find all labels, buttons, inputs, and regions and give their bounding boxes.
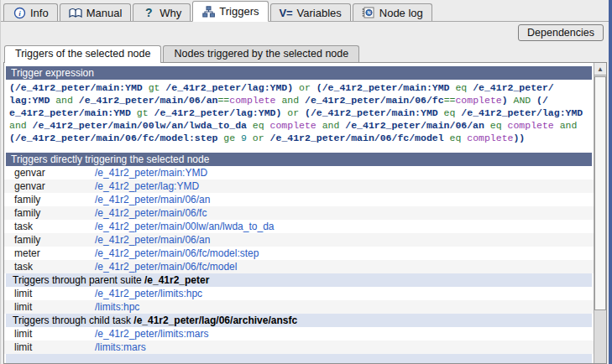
expression-line: e_41r2_peter/main:YMD gt /e_41r2_peter/l… <box>9 107 590 119</box>
tab-label: Why <box>160 7 181 19</box>
trigger-row: task/e_41r2_peter/main/00lw/an/lwda_to_d… <box>4 220 594 233</box>
group-header: Triggers through child task /e_41r2_pete… <box>6 314 592 327</box>
trigger-row: limit/limits:hpc <box>4 300 594 314</box>
tab-label: Triggers <box>219 5 259 18</box>
trigger-row: task/e_41r2_peter/main/06/fc/model <box>4 260 594 273</box>
trigger-list: genvar/e_41r2_peter/main:YMDgenvar/e_41r… <box>4 166 594 354</box>
trigger-row: meter/e_41r2_peter/main/06/fc/model:step <box>4 247 594 260</box>
node-log-icon: N <box>362 7 375 19</box>
svg-text:N: N <box>368 10 371 15</box>
trigger-type-label: task <box>14 260 95 273</box>
triggers-content-panel: Trigger expression (/e_41r2_peter/main:Y… <box>3 62 607 364</box>
trigger-path-link[interactable]: /e_41r2_peter/main/06/fc/model:step <box>95 247 259 260</box>
expression-line: and /e_41r2_peter/main/00lw/an/lwda_to_d… <box>9 119 590 132</box>
why-icon: ? <box>142 7 155 19</box>
trigger-row: family/e_41r2_peter/main/06/fc <box>4 206 594 220</box>
manual-icon <box>69 7 82 19</box>
direct-triggers-header: Triggers directly triggering the selecte… <box>6 153 592 166</box>
tab-bar: i Info Manual ? Why Triggers V= Variable… <box>1 0 609 22</box>
dependencies-button[interactable]: Dependencies <box>518 24 604 41</box>
trigger-row: genvar/e_41r2_peter/main:YMD <box>4 166 594 179</box>
trigger-row: family/e_41r2_peter/main/06/an <box>4 233 594 247</box>
trigger-expression-text: (/e_41r2_peter/main:YMD gt /e_41r2_peter… <box>4 80 594 146</box>
trigger-expression-header: Trigger expression <box>6 66 592 80</box>
trigger-type-label: genvar <box>14 166 95 179</box>
trigger-row: limit/limits:mars <box>4 341 594 354</box>
subtab-triggers-of-node[interactable]: Triggers of the selected node <box>4 45 161 63</box>
trigger-type-label: limit <box>14 287 95 300</box>
trigger-path-link[interactable]: /e_41r2_peter/main/06/fc/model <box>95 260 237 273</box>
triggers-content: Trigger expression (/e_41r2_peter/main:Y… <box>4 63 594 363</box>
trigger-row: genvar/e_41r2_peter/lag:YMD <box>4 179 594 193</box>
tab-triggers[interactable]: Triggers <box>192 1 268 22</box>
trigger-type-label: genvar <box>14 179 95 193</box>
trigger-path-link[interactable]: /e_41r2_peter/limits:mars <box>95 327 208 341</box>
trigger-type-label: family <box>14 193 95 206</box>
tab-label: Info <box>30 7 49 19</box>
trigger-row: limit/e_41r2_peter/limits:hpc <box>4 287 594 300</box>
trigger-path-link[interactable]: /limits:hpc <box>95 300 139 314</box>
trigger-path-link[interactable]: /e_41r2_peter/main/06/an <box>95 193 210 206</box>
tab-label: Variables <box>297 7 342 19</box>
subtab-nodes-triggered[interactable]: Nodes triggered by the selected node <box>163 45 359 62</box>
expression-line: lag:YMD and /e_41r2_peter/main/06/an==co… <box>9 94 590 107</box>
scrollbar-thumb[interactable] <box>594 76 606 310</box>
trigger-type-label: meter <box>14 247 95 260</box>
group-header: Triggers through parent suite /e_41r2_pe… <box>6 273 592 287</box>
trigger-type-label: limit <box>14 327 95 341</box>
trigger-path-link[interactable]: /e_41r2_peter/main/06/fc <box>95 206 207 220</box>
triggers-icon <box>201 5 215 18</box>
tab-label: Node log <box>379 7 423 19</box>
expression-line: (/e_41r2_peter/main:YMD gt /e_41r2_peter… <box>9 81 590 94</box>
scroll-up-arrow-icon[interactable]: ▲ <box>594 63 606 75</box>
trigger-row: family/e_41r2_peter/main/06/an <box>4 193 594 206</box>
tab-variables[interactable]: V= Variables <box>270 3 351 21</box>
tab-manual[interactable]: Manual <box>60 3 132 21</box>
tab-info[interactable]: i Info <box>3 3 58 21</box>
tab-label: Manual <box>86 7 123 19</box>
expression-line: (/e_41r2_peter/main/06/fc/model:step ge … <box>9 132 590 144</box>
trigger-path-link[interactable]: /e_41r2_peter/main:YMD <box>95 166 207 179</box>
trigger-path-link[interactable]: /e_41r2_peter/main/00lw/an/lwda_to_da <box>95 220 274 233</box>
trigger-type-label: limit <box>14 341 95 354</box>
variables-icon: V= <box>280 7 293 19</box>
trigger-path-link[interactable]: /e_41r2_peter/main/06/an <box>95 233 210 247</box>
tab-why[interactable]: ? Why <box>133 3 191 21</box>
partial-group-header <box>6 354 592 363</box>
tab-node-log[interactable]: N Node log <box>353 3 432 21</box>
vertical-scrollbar[interactable]: ▲ <box>594 63 606 363</box>
subtab-bar: Triggers of the selected node Nodes trig… <box>1 44 609 62</box>
trigger-type-label: task <box>14 220 95 233</box>
trigger-row: limit/e_41r2_peter/limits:mars <box>4 327 594 341</box>
trigger-path-link[interactable]: /limits:mars <box>95 341 146 354</box>
triggers-panel-window: i Info Manual ? Why Triggers V= Variable… <box>0 0 612 364</box>
toolbar-strip: Dependencies <box>1 22 609 44</box>
trigger-type-label: family <box>14 233 95 247</box>
info-icon: i <box>13 7 26 19</box>
trigger-path-link[interactable]: /e_41r2_peter/limits:hpc <box>95 287 202 300</box>
trigger-type-label: limit <box>14 300 95 314</box>
trigger-path-link[interactable]: /e_41r2_peter/lag:YMD <box>95 179 199 193</box>
trigger-type-label: family <box>14 206 95 220</box>
